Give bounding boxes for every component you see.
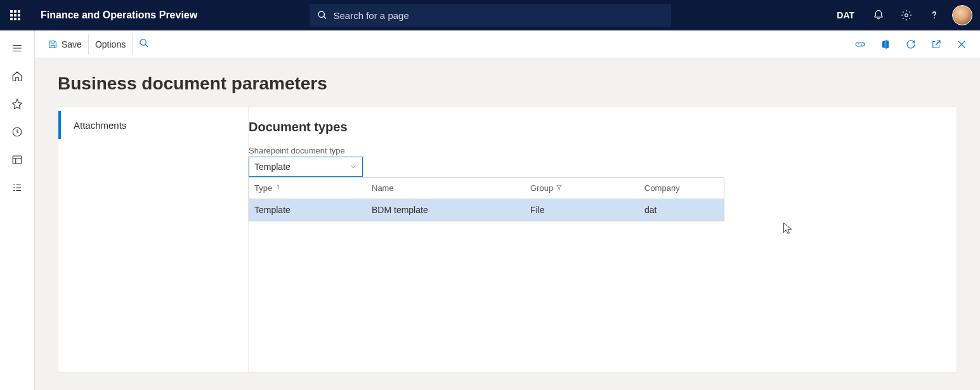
nav-home-button[interactable]	[4, 63, 30, 89]
lookup-cell-company: dat	[639, 205, 724, 215]
help-button[interactable]	[920, 0, 948, 30]
bell-icon	[873, 10, 884, 21]
sharepoint-type-label: Sharepoint document type	[249, 146, 724, 155]
lookup-header-group-label: Group	[530, 183, 553, 193]
question-icon	[929, 10, 940, 21]
lookup-header-name[interactable]: Name	[367, 183, 525, 193]
page-title: Business document parameters	[58, 74, 957, 94]
sharepoint-type-combo[interactable]: Template	[249, 157, 363, 177]
action-search-button[interactable]	[133, 38, 155, 50]
notifications-button[interactable]	[865, 0, 892, 30]
search-icon	[139, 38, 149, 48]
nav-favorites-button[interactable]	[4, 91, 30, 117]
lookup-cell-group: File	[525, 205, 639, 215]
lookup-header-company-label: Company	[644, 183, 680, 193]
legal-entity-label[interactable]: DAT	[837, 10, 854, 20]
lookup-header-group[interactable]: Group	[525, 183, 639, 193]
tab-attachments-label: Attachments	[74, 120, 126, 131]
action-right-group	[854, 39, 974, 50]
lookup-header-row: Type Name Group	[249, 178, 724, 199]
left-nav-rail	[0, 30, 35, 390]
global-search[interactable]	[310, 4, 671, 27]
attach-button[interactable]	[854, 39, 866, 50]
lookup-row[interactable]: Template BDM template File dat	[249, 199, 724, 221]
lookup-header-name-label: Name	[372, 183, 394, 193]
link-icon	[854, 39, 866, 50]
svg-point-3	[140, 39, 146, 45]
options-label: Options	[95, 39, 126, 49]
clock-icon	[11, 126, 23, 138]
parameters-panel: Attachments Document types Sharepoint do…	[58, 107, 957, 373]
home-icon	[11, 70, 23, 82]
action-pane: Save Options	[35, 30, 980, 58]
save-label: Save	[62, 39, 82, 49]
office-icon	[880, 39, 891, 50]
gear-icon	[901, 10, 912, 21]
lookup-cell-type: Template	[249, 205, 367, 215]
settings-button[interactable]	[892, 0, 920, 30]
page-content: Business document parameters Attachments…	[35, 58, 980, 388]
lookup-grid: Type Name Group	[249, 177, 724, 221]
office-button[interactable]	[880, 39, 891, 50]
form-area: Document types Sharepoint document type …	[249, 107, 957, 372]
options-button[interactable]: Options	[89, 34, 133, 55]
nav-workspaces-button[interactable]	[4, 147, 30, 172]
refresh-icon	[905, 39, 917, 50]
hamburger-icon	[11, 42, 23, 54]
svg-point-0	[905, 14, 908, 17]
lookup-cell-name: BDM template	[367, 205, 525, 215]
refresh-button[interactable]	[905, 39, 917, 50]
modules-icon	[11, 182, 23, 193]
top-nav-bar: Finance and Operations Preview DAT	[0, 0, 980, 30]
popout-button[interactable]	[931, 39, 942, 50]
app-title: Finance and Operations Preview	[41, 10, 197, 21]
lookup-header-type-label: Type	[254, 183, 272, 193]
section-title: Document types	[249, 120, 957, 134]
lookup-header-company[interactable]: Company	[639, 183, 724, 193]
search-icon	[317, 10, 327, 20]
sort-asc-icon	[275, 183, 282, 193]
close-button[interactable]	[956, 39, 967, 50]
search-input[interactable]	[334, 10, 663, 21]
main-area: Save Options	[35, 30, 980, 390]
filter-icon	[556, 183, 563, 193]
user-avatar[interactable]	[952, 5, 972, 25]
chevron-down-icon	[350, 163, 357, 171]
tab-list: Attachments	[58, 107, 249, 372]
nav-modules-button[interactable]	[4, 175, 30, 200]
lookup-header-type[interactable]: Type	[249, 183, 367, 193]
save-button[interactable]: Save	[41, 34, 89, 55]
svg-rect-2	[13, 156, 22, 164]
save-icon	[48, 39, 58, 49]
nav-recent-button[interactable]	[4, 119, 30, 145]
sharepoint-type-value: Template	[254, 162, 291, 172]
popout-icon	[931, 39, 942, 50]
star-icon	[11, 98, 23, 110]
nav-expand-button[interactable]	[4, 36, 30, 61]
close-icon	[956, 39, 967, 50]
waffle-icon	[10, 10, 20, 20]
app-launcher-button[interactable]	[0, 0, 30, 30]
top-right-controls: DAT	[837, 0, 980, 30]
workspace-icon	[11, 154, 23, 166]
tab-attachments[interactable]: Attachments	[58, 107, 248, 143]
